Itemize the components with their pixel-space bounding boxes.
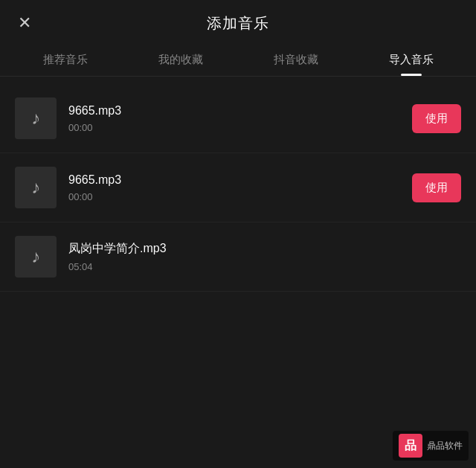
music-info: 9665.mp3 00:00 xyxy=(68,104,400,133)
music-note-icon: ♪ xyxy=(31,177,40,198)
music-info: 凤岗中学简介.mp3 05:04 xyxy=(68,241,396,272)
music-thumbnail: ♪ xyxy=(15,167,57,208)
tab-import-music[interactable]: 导入音乐 xyxy=(353,53,469,76)
music-duration: 05:04 xyxy=(68,261,396,272)
music-duration: 00:00 xyxy=(68,122,400,133)
music-duration: 00:00 xyxy=(68,191,400,202)
tab-bar: 推荐音乐 我的收藏 抖音收藏 导入音乐 xyxy=(0,45,476,77)
music-name: 凤岗中学简介.mp3 xyxy=(68,241,396,257)
header: ✕ 添加音乐 xyxy=(0,0,476,45)
list-item: ♪ 凤岗中学简介.mp3 05:04 xyxy=(0,222,476,292)
music-info: 9665.mp3 00:00 xyxy=(68,173,400,202)
music-list: ♪ 9665.mp3 00:00 使用 ♪ 9665.mp3 00:00 使用 … xyxy=(0,77,476,299)
music-name: 9665.mp3 xyxy=(68,104,400,118)
music-note-icon: ♪ xyxy=(31,108,40,129)
watermark: 品 鼎品软件 xyxy=(393,431,469,461)
music-thumbnail: ♪ xyxy=(15,236,57,278)
header-title: 添加音乐 xyxy=(207,13,269,33)
close-button[interactable]: ✕ xyxy=(18,15,31,31)
tab-douyin-favorites[interactable]: 抖音收藏 xyxy=(238,53,353,76)
use-button[interactable]: 使用 xyxy=(412,173,461,202)
tab-recommended-music[interactable]: 推荐音乐 xyxy=(7,53,123,76)
list-item: ♪ 9665.mp3 00:00 使用 xyxy=(0,153,476,222)
music-name: 9665.mp3 xyxy=(68,173,400,187)
music-thumbnail: ♪ xyxy=(15,97,57,139)
list-item: ♪ 9665.mp3 00:00 使用 xyxy=(0,84,476,153)
use-button[interactable]: 使用 xyxy=(412,104,461,133)
watermark-logo: 品 xyxy=(399,434,422,458)
tab-my-favorites[interactable]: 我的收藏 xyxy=(123,53,238,76)
watermark-text: 鼎品软件 xyxy=(427,440,463,452)
music-note-icon: ♪ xyxy=(31,246,40,267)
